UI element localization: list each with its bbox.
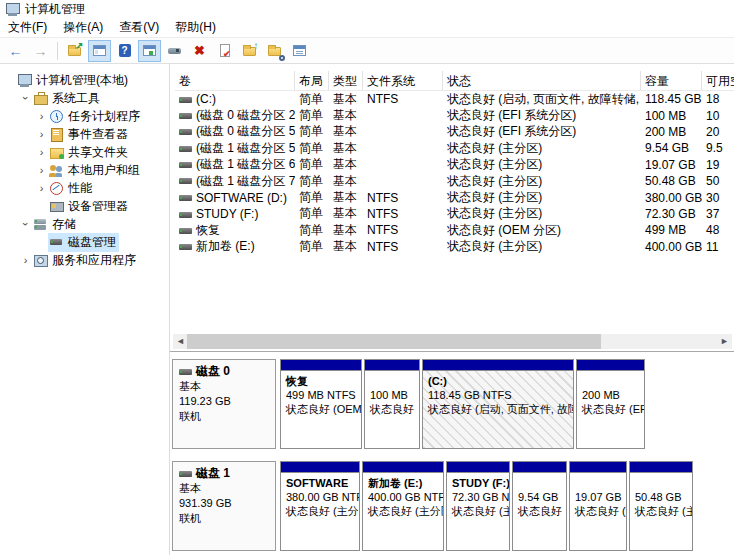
partition-100mb[interactable]: 100 MB状态良好 [364, 359, 420, 449]
partition-status: 状态良好 (OEM 分区) [286, 402, 356, 416]
cell-type: 基本 [329, 123, 363, 140]
sidebar-item-label: 存储 [52, 216, 76, 233]
partition-954gb[interactable]: 9.54 GB状态良好 [512, 461, 567, 551]
tree-item-body: 系统工具 [32, 89, 103, 108]
cell-layout: 简单 [295, 91, 329, 108]
sidebar-item-shared-folders[interactable]: ›共享文件夹 [0, 143, 169, 161]
scroll-right-arrow[interactable]: ► [717, 334, 732, 349]
help-button[interactable]: ? [113, 40, 136, 62]
sidebar-item-event-viewer[interactable]: ›事件查看器 [0, 125, 169, 143]
scroll-thumb[interactable] [187, 334, 601, 349]
chevron-right-icon[interactable]: › [35, 128, 48, 140]
delete-button[interactable]: ✖ [188, 40, 211, 62]
partition-color-bar [423, 360, 573, 371]
check-doc-button[interactable] [213, 40, 236, 62]
partition-status: 状态良好 (启动, 页面文件, 故障转储, 主分区) [428, 402, 568, 416]
chevron-right-icon[interactable]: › [35, 146, 48, 158]
horizontal-scrollbar[interactable]: ◄ ► [173, 334, 732, 349]
partition-[interactable]: 恢复499 MB NTFS状态良好 (OEM 分区) [280, 359, 362, 449]
sidebar-item-local-users-groups[interactable]: ›本地用户和组 [0, 161, 169, 179]
cell-filesystem: NTFS [363, 207, 443, 221]
cell-volume: SOFTWARE (D:) [175, 191, 295, 205]
column-header-filesystem[interactable]: 文件系统 [363, 71, 443, 90]
cell-type: 基本 [329, 205, 363, 222]
volume-row[interactable]: (磁盘 1 磁盘分区 7)简单基本状态良好 (主分区)50.48 GB50 [175, 173, 734, 189]
folder-open-button[interactable]: ↑ [238, 40, 261, 62]
partition-c[interactable]: (C:)118.45 GB NTFS状态良好 (启动, 页面文件, 故障转储, … [422, 359, 574, 449]
partition-status: 状态良好 (主分区) [368, 504, 438, 518]
cell-layout: 简单 [295, 205, 329, 222]
volume-row[interactable]: 恢复简单基本NTFS状态良好 (OEM 分区)499 MB48 [175, 222, 734, 238]
volume-row[interactable]: (磁盘 1 磁盘分区 6)简单基本状态良好 (主分区)19.07 GB19 [175, 157, 734, 173]
volume-row[interactable]: (磁盘 0 磁盘分区 5)简单基本状态良好 (EFI 系统分区)200 MB20 [175, 124, 734, 140]
cell-capacity: 9.54 GB [641, 141, 702, 155]
partition-1907gb[interactable]: 19.07 GB状态良好 (主分区) [569, 461, 627, 551]
cell-volume: STUDY (F:) [175, 207, 295, 221]
volume-row[interactable]: (磁盘 0 磁盘分区 2)简单基本状态良好 (EFI 系统分区)100 MB10 [175, 107, 734, 123]
menu-view[interactable]: 查看(V) [111, 17, 167, 38]
sidebar-item-task-scheduler[interactable]: ›任务计划程序 [0, 107, 169, 125]
folder-search-button[interactable] [263, 40, 286, 62]
disk-name-text: 磁盘 0 [196, 364, 230, 379]
list-view-button[interactable] [288, 40, 311, 62]
console-tree-button[interactable] [88, 40, 111, 62]
column-header-status[interactable]: 状态 [443, 71, 641, 90]
chevron-right-icon[interactable]: › [19, 254, 32, 266]
partition-5048gb[interactable]: 50.48 GB状态良好 (主分区) [629, 461, 693, 551]
cell-filesystem: NTFS [363, 92, 443, 106]
cell-type: 基本 [329, 140, 363, 157]
column-header-type[interactable]: 类型 [329, 71, 363, 90]
action-pane-button[interactable] [138, 40, 161, 62]
volume-icon [179, 129, 192, 135]
chevron-down-icon[interactable]: › [20, 218, 32, 231]
sidebar-item-system-tools[interactable]: ›系统工具 [0, 89, 169, 107]
column-header-free[interactable]: 可用空间 [702, 71, 734, 90]
volume-row[interactable]: SOFTWARE (D:)简单基本NTFS状态良好 (主分区)380.00 GB… [175, 189, 734, 205]
sidebar-item-services-apps[interactable]: ›服务和应用程序 [0, 251, 169, 269]
cell-volume: (磁盘 1 磁盘分区 6) [175, 156, 295, 173]
system-tools-icon [33, 91, 48, 105]
volume-row[interactable]: (C:)简单基本NTFS状态良好 (启动, 页面文件, 故障转储, 主分区)11… [175, 91, 734, 107]
chevron-right-icon[interactable]: › [35, 110, 48, 122]
column-header-capacity[interactable]: 容量 [641, 71, 702, 90]
menu-action[interactable]: 操作(A) [55, 17, 111, 38]
scroll-left-arrow[interactable]: ◄ [173, 334, 188, 349]
partition-e[interactable]: 新加卷 (E:)400.00 GB NTFS状态良好 (主分区) [362, 461, 444, 551]
chevron-right-icon[interactable]: › [35, 182, 48, 194]
chevron-right-icon[interactable]: › [35, 164, 48, 176]
disk-label-1[interactable]: 磁盘 1基本931.39 GB联机 [172, 461, 276, 551]
volume-row[interactable]: 新加卷 (E:)简单基本NTFS状态良好 (主分区)400.00 GB11 [175, 239, 734, 255]
tree-item-body: 共享文件夹 [48, 143, 131, 162]
folder-export-button[interactable]: ↗ [63, 40, 86, 62]
sidebar-item-performance[interactable]: ›性能 [0, 179, 169, 197]
volume-name: 恢复 [196, 223, 220, 237]
column-header-layout[interactable]: 布局 [295, 71, 329, 90]
sidebar-item-storage[interactable]: ›存储 [0, 215, 169, 233]
chevron-down-icon[interactable]: › [20, 92, 32, 105]
partition-software[interactable]: SOFTWARE380.00 GB NTFS状态良好 (主分区) [280, 461, 360, 551]
partition-200mb[interactable]: 200 MB状态良好 (EFI 系统分区) [576, 359, 645, 449]
cell-layout: 简单 [295, 123, 329, 140]
folder-search-icon [267, 43, 283, 59]
sidebar-item-computer-management[interactable]: 计算机管理(本地) [0, 71, 169, 89]
cell-status: 状态良好 (主分区) [443, 205, 641, 222]
partition-name [635, 476, 687, 490]
cell-capacity: 380.00 GB [641, 191, 702, 205]
sidebar-item-disk-management[interactable]: 磁盘管理 [0, 233, 169, 251]
volume-row[interactable]: (磁盘 1 磁盘分区 5)简单基本状态良好 (主分区)9.54 GB9.5 [175, 140, 734, 156]
menu-file[interactable]: 文件(F) [0, 17, 55, 38]
sidebar-item-device-manager[interactable]: 设备管理器 [0, 197, 169, 215]
app-icon[interactable] [5, 2, 20, 16]
window-title: 计算机管理 [25, 1, 85, 18]
back-button[interactable]: ← [4, 40, 27, 62]
sidebar-item-label: 性能 [68, 180, 92, 197]
disk-label-0[interactable]: 磁盘 0基本119.23 GB联机 [172, 359, 276, 449]
help-icon: ? [117, 43, 133, 59]
column-header-volume[interactable]: 卷 [175, 71, 295, 90]
device-button[interactable] [163, 40, 186, 62]
forward-button[interactable]: → [29, 40, 52, 62]
partition-studyf[interactable]: STUDY (F:)72.30 GB NTFS状态良好 (主分区) [446, 461, 510, 551]
volume-row[interactable]: STUDY (F:)简单基本NTFS状态良好 (主分区)72.30 GB37 [175, 206, 734, 222]
menu-help[interactable]: 帮助(H) [167, 17, 224, 38]
cell-volume: (磁盘 1 磁盘分区 7) [175, 173, 295, 190]
